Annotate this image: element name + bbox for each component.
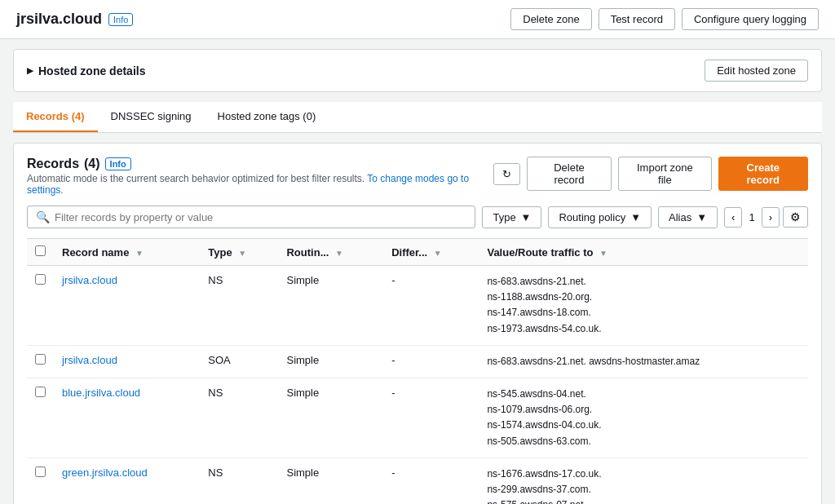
type-filter-button[interactable]: Type ▼ bbox=[482, 206, 541, 228]
row-record-name: blue.jrsilva.cloud bbox=[54, 378, 200, 458]
row-checkbox-1[interactable] bbox=[35, 354, 46, 365]
records-title: Records (4) Info bbox=[27, 157, 493, 171]
tabs-bar: Records (4) DNSSEC signing Hosted zone t… bbox=[13, 102, 822, 133]
tab-dnssec-signing[interactable]: DNSSEC signing bbox=[98, 102, 205, 132]
col-type: Type ▼ bbox=[200, 239, 278, 266]
chevron-down-icon: ▼ bbox=[521, 211, 532, 223]
hosted-zone-panel: ▶ Hosted zone details Edit hosted zone bbox=[13, 49, 822, 92]
col-routing: Routin... ▼ bbox=[278, 239, 383, 266]
row-value: ns-545.awsdns-04.net. ns-1079.awsdns-06.… bbox=[479, 378, 808, 458]
edit-hosted-zone-button[interactable]: Edit hosted zone bbox=[705, 60, 808, 82]
records-header: Records (4) Info Automatic mode is the c… bbox=[27, 157, 808, 196]
row-value: ns-683.awsdns-21.net. awsdns-hostmaster.… bbox=[479, 345, 808, 378]
test-record-button[interactable]: Test record bbox=[599, 8, 675, 30]
top-bar: jrsilva.cloud Info Delete zone Test reco… bbox=[0, 0, 835, 39]
table-row: blue.jrsilva.cloud NS Simple - ns-545.aw… bbox=[27, 378, 808, 458]
row-checkbox-cell bbox=[27, 266, 54, 346]
row-value: ns-683.awsdns-21.net. ns-1188.awsdns-20.… bbox=[479, 266, 808, 346]
top-bar-actions: Delete zone Test record Configure query … bbox=[510, 8, 819, 30]
row-checkbox-cell bbox=[27, 378, 54, 458]
filter-row: 🔍 Type ▼ Routing policy ▼ Alias ▼ ‹ 1 › … bbox=[27, 206, 808, 228]
tab-hosted-zone-tags[interactable]: Hosted zone tags (0) bbox=[205, 102, 329, 132]
pagination: ‹ 1 › ⚙ bbox=[724, 206, 808, 228]
pagination-number: 1 bbox=[745, 211, 758, 223]
main-panel: Records (4) Info Automatic mode is the c… bbox=[13, 143, 822, 504]
row-checkbox-3[interactable] bbox=[35, 466, 46, 477]
row-checkbox-2[interactable] bbox=[35, 387, 46, 397]
sort-icon: ▼ bbox=[335, 249, 343, 258]
records-info-badge[interactable]: Info bbox=[105, 157, 131, 170]
sort-icon: ▼ bbox=[599, 249, 607, 258]
chevron-down-icon: ▼ bbox=[696, 211, 707, 223]
row-differ: - bbox=[383, 266, 479, 346]
table-row: green.jrsilva.cloud NS Simple - ns-1676.… bbox=[27, 458, 808, 504]
row-record-name: jrsilva.cloud bbox=[54, 345, 200, 378]
import-zone-file-button[interactable]: Import zone file bbox=[618, 157, 712, 191]
col-value: Value/Route traffic to ▼ bbox=[479, 239, 808, 266]
search-box: 🔍 bbox=[27, 206, 475, 228]
row-checkbox-cell bbox=[27, 345, 54, 378]
chevron-right-icon: ▶ bbox=[27, 66, 33, 75]
row-type: SOA bbox=[200, 345, 278, 378]
pagination-next-button[interactable]: › bbox=[762, 207, 780, 228]
records-subtitle: Automatic mode is the current search beh… bbox=[27, 173, 493, 196]
tab-records[interactable]: Records (4) bbox=[13, 102, 98, 132]
row-type: NS bbox=[200, 458, 278, 504]
header-actions: ↻ Delete record Import zone file Create … bbox=[493, 157, 808, 191]
records-title-block: Records (4) Info Automatic mode is the c… bbox=[27, 157, 493, 196]
table-row: jrsilva.cloud NS Simple - ns-683.awsdns-… bbox=[27, 266, 808, 346]
row-differ: - bbox=[383, 458, 479, 504]
table-settings-button[interactable]: ⚙ bbox=[783, 206, 808, 228]
table-row: jrsilva.cloud SOA Simple - ns-683.awsdns… bbox=[27, 345, 808, 378]
row-checkbox-0[interactable] bbox=[35, 274, 46, 285]
sort-icon: ▼ bbox=[434, 249, 442, 258]
domain-title: jrsilva.cloud bbox=[16, 11, 102, 28]
configure-query-logging-button[interactable]: Configure query logging bbox=[682, 8, 819, 30]
select-all-header bbox=[27, 239, 54, 266]
row-record-name: jrsilva.cloud bbox=[54, 266, 200, 346]
row-record-name: green.jrsilva.cloud bbox=[54, 458, 200, 504]
delete-record-button[interactable]: Delete record bbox=[527, 157, 612, 191]
row-differ: - bbox=[383, 378, 479, 458]
sort-icon: ▼ bbox=[238, 249, 246, 258]
row-routing: Simple bbox=[278, 378, 383, 458]
col-record-name: Record name ▼ bbox=[54, 239, 200, 266]
pagination-prev-button[interactable]: ‹ bbox=[724, 207, 742, 228]
hosted-zone-title: ▶ Hosted zone details bbox=[27, 64, 145, 77]
select-all-checkbox[interactable] bbox=[35, 245, 46, 256]
chevron-down-icon: ▼ bbox=[630, 211, 641, 223]
row-type: NS bbox=[200, 266, 278, 346]
row-type: NS bbox=[200, 378, 278, 458]
row-routing: Simple bbox=[278, 266, 383, 346]
row-differ: - bbox=[383, 345, 479, 378]
search-input[interactable] bbox=[55, 211, 466, 223]
refresh-button[interactable]: ↻ bbox=[493, 163, 520, 185]
header-info-badge[interactable]: Info bbox=[108, 13, 133, 26]
top-bar-left: jrsilva.cloud Info bbox=[16, 11, 133, 28]
row-checkbox-cell bbox=[27, 458, 54, 504]
create-record-button[interactable]: Create record bbox=[718, 157, 808, 191]
col-differ: Differ... ▼ bbox=[383, 239, 479, 266]
row-value: ns-1676.awsdns-17.co.uk. ns-299.awsdns-3… bbox=[479, 458, 808, 504]
routing-policy-filter-button[interactable]: Routing policy ▼ bbox=[548, 206, 652, 228]
row-routing: Simple bbox=[278, 345, 383, 378]
row-routing: Simple bbox=[278, 458, 383, 504]
sort-icon: ▼ bbox=[135, 249, 144, 258]
records-table: Record name ▼ Type ▼ Routin... ▼ Differ.… bbox=[27, 238, 808, 504]
alias-filter-button[interactable]: Alias ▼ bbox=[658, 206, 718, 228]
delete-zone-button[interactable]: Delete zone bbox=[510, 8, 591, 30]
search-icon: 🔍 bbox=[36, 210, 50, 223]
